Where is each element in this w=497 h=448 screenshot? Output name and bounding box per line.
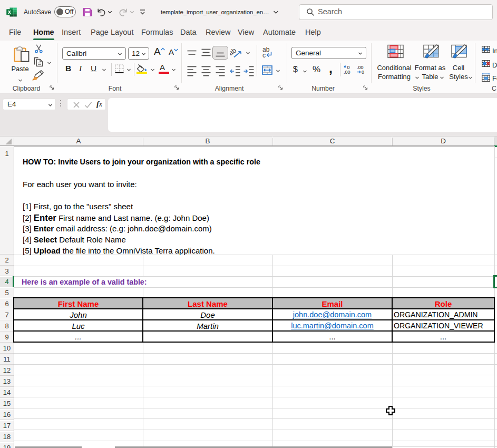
svg-text:0: 0 [362, 70, 364, 74]
svg-text:.00: .00 [344, 70, 350, 74]
svg-text:c: c [262, 52, 266, 58]
